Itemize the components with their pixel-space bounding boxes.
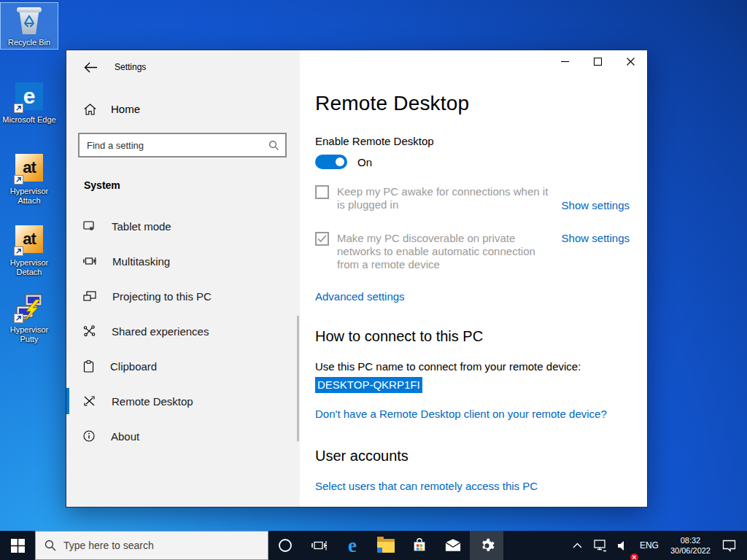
settings-taskbar-button[interactable]	[470, 531, 503, 560]
file-explorer-button[interactable]	[369, 531, 403, 560]
show-settings-link-2[interactable]: Show settings	[562, 232, 630, 244]
shortcut-arrow-icon	[14, 175, 23, 184]
remote-desktop-icon	[83, 395, 96, 407]
select-users-link[interactable]: Select users that can remotely access th…	[315, 480, 630, 492]
chevron-up-icon	[573, 542, 582, 548]
keep-awake-label: Keep my PC awake for connections when it…	[337, 185, 556, 211]
enable-remote-desktop-label: Enable Remote Desktop	[315, 135, 630, 147]
sidebar-item-clipboard[interactable]: Clipboard	[66, 349, 300, 384]
network-icon	[592, 540, 607, 552]
network-status-button[interactable]	[587, 531, 612, 560]
action-center-button[interactable]	[717, 531, 741, 560]
pc-name-instruction: Use this PC name to connect from your re…	[315, 360, 630, 373]
settings-gear-icon	[479, 538, 495, 553]
sidebar-scrollbar[interactable]	[297, 316, 299, 441]
remote-client-link[interactable]: Don't have a Remote Desktop client on yo…	[315, 408, 630, 420]
toggle-state-label: On	[357, 156, 372, 168]
hypervisor-detach-icon: at	[14, 225, 44, 256]
sidebar-item-home[interactable]: Home	[66, 103, 300, 115]
speaker-muted-icon	[617, 540, 630, 551]
file-explorer-icon	[377, 539, 395, 553]
maximize-button[interactable]	[581, 50, 614, 72]
desktop-icon-hypervisor-putty[interactable]: Hypervisor Putty	[1, 290, 58, 346]
show-settings-link-1[interactable]: Show settings	[562, 199, 630, 211]
find-a-setting-searchbox[interactable]	[78, 133, 287, 158]
clock[interactable]: 08:32 30/06/2022	[664, 535, 717, 556]
hypervisor-putty-icon	[14, 292, 44, 323]
cortana-button[interactable]	[268, 531, 302, 560]
discoverable-label: Make my PC discoverable on private netwo…	[337, 232, 556, 271]
task-view-icon	[311, 539, 327, 552]
shortcut-arrow-icon	[14, 104, 23, 113]
shared-experiences-icon	[83, 325, 96, 337]
connect-section-title: How to connect to this PC	[315, 327, 630, 346]
sidebar-nav: Tablet mode Multitasking Projecting to t…	[66, 209, 300, 454]
desktop-icon-hypervisor-detach[interactable]: at Hypervisor Detach	[1, 222, 58, 279]
discoverable-checkbox[interactable]	[315, 232, 329, 246]
back-button[interactable]	[84, 62, 98, 73]
settings-sidebar: Settings Home System Tablet mode	[66, 50, 300, 507]
keep-awake-checkbox[interactable]	[315, 185, 329, 199]
clipboard-icon	[83, 360, 94, 373]
close-button[interactable]	[614, 50, 647, 72]
page-title: Remote Desktop	[315, 91, 630, 116]
toggle-knob	[336, 158, 344, 166]
edge-icon: e	[348, 536, 357, 556]
settings-main-panel: Remote Desktop Enable Remote Desktop On …	[300, 50, 647, 507]
tablet-mode-icon	[83, 220, 96, 232]
shortcut-arrow-icon	[14, 246, 23, 256]
taskbar: e	[0, 531, 747, 560]
mail-button[interactable]	[436, 531, 470, 560]
sidebar-item-tablet-mode[interactable]: Tablet mode	[66, 209, 300, 244]
clock-date: 30/06/2022	[670, 545, 711, 556]
minimize-button[interactable]	[549, 50, 581, 72]
recycle-bin-icon	[14, 5, 44, 36]
shortcut-arrow-icon	[14, 314, 23, 323]
sidebar-item-multitasking[interactable]: Multitasking	[66, 244, 300, 279]
desktop-icon-hypervisor-attach[interactable]: at Hypervisor Attach	[1, 150, 58, 207]
sidebar-item-projecting[interactable]: Projecting to this PC	[66, 279, 300, 314]
desktop-icon-label: Recycle Bin	[1, 38, 58, 47]
start-button[interactable]	[0, 531, 35, 560]
accounts-section-title: User accounts	[315, 446, 630, 465]
task-view-button[interactable]	[302, 531, 336, 560]
volume-button[interactable]: ✕	[612, 531, 635, 560]
search-input[interactable]	[87, 140, 268, 151]
desktop-icon-microsoft-edge[interactable]: e Microsoft Edge	[1, 79, 58, 126]
settings-window: Settings Home System Tablet mode	[66, 50, 648, 508]
advanced-settings-link[interactable]: Advanced settings	[315, 290, 405, 303]
store-icon	[411, 537, 427, 553]
clock-time: 08:32	[670, 535, 711, 545]
about-icon	[83, 430, 95, 442]
taskbar-search[interactable]	[35, 531, 268, 560]
multitasking-icon	[83, 255, 96, 267]
pc-name-value[interactable]: DESKTOP-QKRP1FI	[315, 377, 422, 393]
system-tray: ✕ ENG 08:32 30/06/2022	[568, 531, 747, 560]
desktop-icon-recycle-bin[interactable]: Recycle Bin	[1, 3, 58, 49]
window-caption-buttons	[549, 50, 647, 72]
projecting-icon	[83, 290, 96, 302]
sidebar-item-remote-desktop[interactable]: Remote Desktop	[66, 384, 300, 419]
edge-icon: e	[14, 82, 44, 113]
mute-badge-icon: ✕	[630, 553, 638, 560]
desktop-icon-label: Microsoft Edge	[1, 115, 58, 125]
search-icon	[268, 140, 279, 151]
mail-icon	[445, 539, 461, 552]
desktop-icon-label: Hypervisor Detach	[1, 258, 58, 277]
remote-desktop-toggle[interactable]	[315, 155, 347, 169]
sidebar-item-about[interactable]: About	[66, 419, 300, 454]
sidebar-item-shared-experiences[interactable]: Shared experiences	[66, 314, 300, 349]
microsoft-store-button[interactable]	[403, 531, 436, 560]
titlebar: Settings	[66, 50, 300, 84]
action-center-icon	[722, 540, 736, 552]
desktop-icon-label: Hypervisor Attach	[1, 187, 58, 206]
checkmark-icon	[317, 235, 327, 243]
desktop-icon-label: Hypervisor Putty	[1, 325, 58, 344]
language-indicator[interactable]: ENG	[635, 531, 664, 560]
home-icon	[84, 104, 96, 115]
window-title: Settings	[115, 62, 146, 72]
sidebar-section-label: System	[84, 179, 300, 191]
tray-expand-button[interactable]	[568, 531, 587, 560]
edge-taskbar-button[interactable]: e	[336, 531, 369, 560]
taskbar-search-input[interactable]	[63, 540, 262, 551]
